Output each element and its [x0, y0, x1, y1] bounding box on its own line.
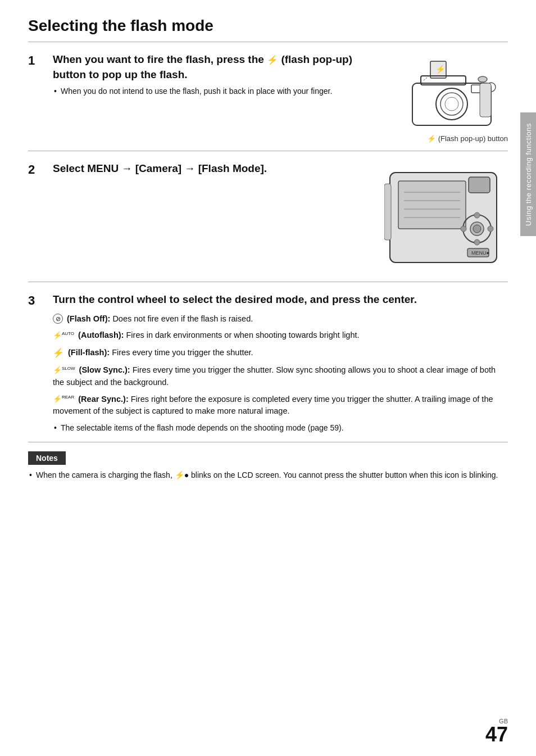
step-2-image-area: MENU● [384, 161, 508, 274]
flash-option-fill: ⚡ (Fill-flash): Fires every time you tri… [53, 346, 508, 360]
step-3-bullet: The selectable items of the flash mode d… [61, 422, 508, 434]
notes-item-1: When the camera is charging the flash, ⚡… [36, 469, 508, 482]
sidebar-label: Using the recording functions [520, 112, 536, 236]
step-1-main-text: When you want to fire the flash, press t… [53, 52, 384, 82]
camera-diagram-2: MENU● [384, 161, 508, 274]
step-3-number: 3 [28, 293, 42, 308]
flash-option-rear: ⚡REAR (Rear Sync.): Fires right before t… [53, 393, 508, 418]
step-1-row: 1 When you want to fire the flash, press… [28, 42, 508, 151]
step-1-caption: ⚡ (Flash pop-up) button [427, 134, 508, 143]
step-2-row: 2 Select MENU → [Camera] → [Flash Mode]. [28, 151, 508, 282]
fill-flash-desc: Fires every time you trigger the shutter… [112, 348, 253, 357]
svg-point-5 [440, 93, 463, 115]
svg-point-28 [488, 226, 493, 232]
page-number-area: GB 47 [485, 718, 508, 745]
flash-off-label: (Flash Off): [67, 314, 110, 323]
flash-option-slow: ⚡SLOW (Slow Sync.): Fires every time you… [53, 364, 508, 389]
fill-flash-label: (Fill-flash): [68, 348, 110, 357]
flash-option-off: ⊘ (Flash Off): Does not fire even if the… [53, 313, 508, 325]
step-2-main-text: Select MENU → [Camera] → [Flash Mode]. [53, 161, 373, 176]
svg-point-6 [445, 97, 458, 111]
svg-text:MENU●: MENU● [471, 250, 489, 256]
svg-rect-14 [398, 181, 466, 229]
fill-flash-icon: ⚡ [53, 348, 64, 357]
step-1-number: 1 [28, 53, 42, 68]
svg-point-8 [478, 76, 487, 82]
step-2-number: 2 [28, 162, 42, 177]
flash-option-auto: ⚡AUTO (Autoflash): Fires in dark environ… [53, 329, 508, 342]
autoflash-label: (Autoflash): [78, 331, 124, 339]
autoflash-desc: Fires in dark environments or when shoot… [126, 331, 359, 339]
page-container: Using the recording functions Selecting … [0, 0, 536, 756]
step-2-content: Select MENU → [Camera] → [Flash Mode]. [53, 161, 373, 180]
svg-point-25 [474, 212, 480, 218]
flash-off-icon: ⊘ [53, 314, 63, 324]
page-title: Selecting the flash mode [28, 17, 508, 35]
svg-point-22 [473, 225, 481, 233]
step-1-sub-1: When you do not intend to use the flash,… [61, 85, 384, 97]
rear-sync-label: (Rear Sync.): [78, 395, 128, 404]
svg-text:⚡: ⚡ [435, 65, 446, 74]
slow-sync-icon: ⚡SLOW [53, 365, 75, 376]
step-3-main-text: Turn the control wheel to select the des… [53, 292, 508, 307]
slow-sync-label: (Slow Sync.): [79, 365, 130, 374]
rear-sync-icon: ⚡REAR [53, 393, 74, 405]
notes-header: Notes [28, 451, 66, 465]
step-3-row: 3 Turn the control wheel to select the d… [28, 282, 508, 442]
svg-point-26 [474, 239, 480, 245]
notes-section: Notes When the camera is charging the fl… [28, 451, 508, 482]
flash-off-desc: Does not fire even if the flash is raise… [112, 314, 253, 323]
svg-rect-10 [480, 83, 491, 117]
step-1-content: When you want to fire the flash, press t… [53, 52, 384, 97]
sidebar-label-text: Using the recording functions [524, 123, 533, 226]
svg-rect-19 [469, 177, 490, 193]
svg-rect-29 [384, 184, 391, 240]
camera-diagram-1: ⚡ [396, 52, 508, 131]
svg-point-27 [461, 226, 466, 232]
step-1-image-area: ⚡ ⚡ (Flash pop-up) button [396, 52, 508, 143]
svg-rect-0 [412, 83, 491, 125]
page-number: 47 [485, 723, 508, 746]
autoflash-icon: ⚡AUTO [53, 330, 74, 341]
step-3-content: Turn the control wheel to select the des… [53, 292, 508, 434]
